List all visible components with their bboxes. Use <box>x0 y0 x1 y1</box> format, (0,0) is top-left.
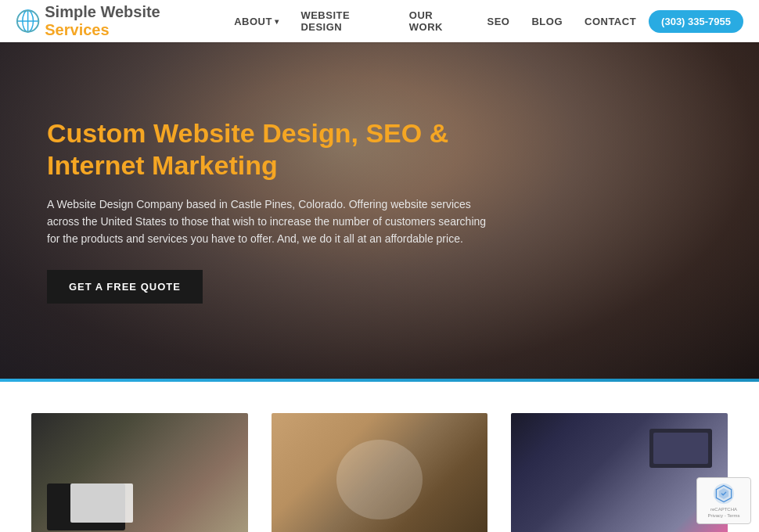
hero-subtitle: A Website Design Company based in Castle… <box>47 196 501 248</box>
recaptcha-icon <box>713 483 735 505</box>
cards-section: Website Design & Development Search Engi… <box>0 382 759 532</box>
recaptcha-terms[interactable]: Privacy - Terms <box>707 513 739 519</box>
hero-section: Custom Website Design, SEO & Internet Ma… <box>0 42 759 379</box>
nav-blog[interactable]: BLOG <box>522 11 572 32</box>
card-about-photo <box>511 413 728 532</box>
globe-icon <box>16 9 40 34</box>
hero-content: Custom Website Design, SEO & Internet Ma… <box>0 42 548 379</box>
nav-our-work[interactable]: OUR WORK <box>400 5 475 38</box>
card-seo-photo <box>272 413 488 532</box>
cards-grid: Website Design & Development Search Engi… <box>31 413 728 532</box>
logo-text: Simple Website Services <box>45 3 225 39</box>
recaptcha-text: reCAPTCHA <box>710 507 737 513</box>
card-design: Website Design & Development <box>31 413 248 532</box>
card-seo: Search Engine Optimization <box>272 413 488 532</box>
card-seo-image <box>272 413 488 532</box>
cta-button[interactable]: GET A FREE QUOTE <box>47 270 203 304</box>
phone-button[interactable]: (303) 335-7955 <box>649 10 743 33</box>
card-design-image <box>31 413 248 532</box>
card-design-photo <box>31 413 248 532</box>
about-dropdown-arrow: ▾ <box>275 17 279 26</box>
nav-website-design[interactable]: WEBSITE DESIGN <box>291 5 396 38</box>
nav-about[interactable]: ABOUT ▾ <box>225 11 288 32</box>
header: Simple Website Services ABOUT ▾ WEBSITE … <box>0 0 759 42</box>
hero-title: Custom Website Design, SEO & Internet Ma… <box>47 117 501 182</box>
nav-contact[interactable]: CONTACT <box>575 11 646 32</box>
card-about-image <box>511 413 728 532</box>
card-about: About Simple Website Services <box>511 413 728 532</box>
recaptcha-badge: reCAPTCHA Privacy - Terms <box>696 477 751 524</box>
nav-seo[interactable]: SEO <box>477 11 519 32</box>
main-nav: ABOUT ▾ WEBSITE DESIGN OUR WORK SEO BLOG… <box>225 5 743 38</box>
logo[interactable]: Simple Website Services <box>16 3 225 39</box>
